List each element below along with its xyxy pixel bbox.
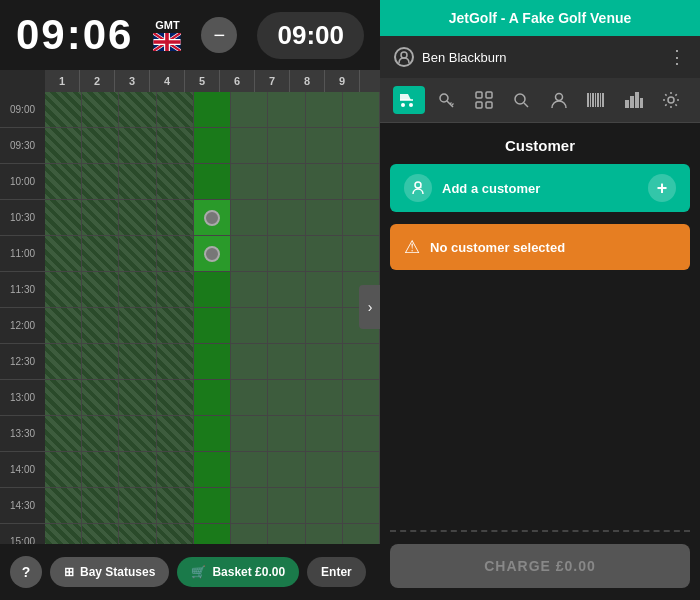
- col-header-8: 8: [290, 70, 325, 92]
- uk-flag-icon: [153, 33, 181, 51]
- col-header-4: 4: [150, 70, 185, 92]
- svg-rect-8: [486, 102, 492, 108]
- right-spacer: [380, 282, 700, 530]
- customer-section-title: Customer: [380, 123, 700, 164]
- golf-cart-icon-button[interactable]: [393, 86, 425, 114]
- gmt-label: GMT: [155, 19, 179, 31]
- svg-rect-13: [592, 93, 594, 107]
- col-header-5: 5: [185, 70, 220, 92]
- add-customer-plus-button[interactable]: +: [648, 174, 676, 202]
- booking-marker: [204, 246, 220, 262]
- grid-col-6[interactable]: [231, 92, 268, 544]
- minus-button[interactable]: −: [201, 17, 237, 53]
- no-customer-banner: ⚠ No customer selected: [390, 224, 690, 270]
- svg-rect-15: [597, 93, 599, 107]
- col-header-1: 1: [45, 70, 80, 92]
- grid-col-1[interactable]: [45, 92, 82, 544]
- svg-point-9: [515, 94, 525, 104]
- svg-rect-21: [640, 98, 643, 108]
- svg-rect-16: [600, 93, 601, 107]
- booking-marker: [204, 210, 220, 226]
- bottom-bar: ? ⊞ Bay Statuses 🛒 Basket £0.00 Enter: [0, 544, 380, 600]
- svg-rect-11: [587, 93, 589, 107]
- svg-rect-19: [630, 96, 634, 108]
- search-icon-button[interactable]: [505, 86, 537, 114]
- svg-point-1: [401, 52, 407, 58]
- grid-icon-button[interactable]: [468, 86, 500, 114]
- svg-point-3: [409, 103, 413, 107]
- top-bar: 09:06 GMT − 09:00: [0, 0, 380, 70]
- charge-button[interactable]: CHARGE £0.00: [390, 544, 690, 588]
- svg-rect-12: [590, 93, 591, 107]
- enter-button[interactable]: Enter: [307, 557, 366, 587]
- chart-icon-button[interactable]: [618, 86, 650, 114]
- basket-button[interactable]: 🛒 Basket £0.00: [177, 557, 299, 587]
- settings-icon-button[interactable]: [655, 86, 687, 114]
- svg-rect-14: [595, 93, 596, 107]
- col-header-6: 6: [220, 70, 255, 92]
- add-customer-button[interactable]: Add a customer +: [390, 164, 690, 212]
- svg-rect-20: [635, 92, 639, 108]
- user-info: Ben Blackburn: [394, 47, 507, 67]
- more-options-button[interactable]: ⋮: [668, 46, 686, 68]
- grid-col-2[interactable]: [82, 92, 119, 544]
- bay-statuses-button[interactable]: ⊞ Bay Statuses: [50, 557, 169, 587]
- help-button[interactable]: ?: [10, 556, 42, 588]
- add-customer-label: Add a customer: [442, 181, 540, 196]
- column-headers: 1 2 3 4 5 6 7 8 9: [45, 70, 380, 92]
- col-header-9: 9: [325, 70, 360, 92]
- svg-rect-6: [486, 92, 492, 98]
- key-icon-button[interactable]: [430, 86, 462, 114]
- booking-grid: 1 2 3 4 5 6 7 8 9 09:00 09:30 10:00 10:3…: [0, 70, 380, 544]
- app-title: JetGolf - A Fake Golf Venue: [449, 10, 632, 26]
- svg-rect-5: [476, 92, 482, 98]
- grid-col-7[interactable]: [268, 92, 305, 544]
- col-header-2: 2: [80, 70, 115, 92]
- time-labels: 09:00 09:30 10:00 10:30 11:00 11:30 12:0…: [0, 92, 45, 544]
- svg-rect-17: [602, 93, 604, 107]
- grid-col-4[interactable]: [157, 92, 194, 544]
- barcode-icon-button[interactable]: [580, 86, 612, 114]
- left-panel: 09:06 GMT − 09:00 1 2 3 4 5 6 7 8: [0, 0, 380, 600]
- col-header-7: 7: [255, 70, 290, 92]
- person-icon-button[interactable]: [543, 86, 575, 114]
- customer-icon: [404, 174, 432, 202]
- no-customer-text: No customer selected: [430, 240, 565, 255]
- grid-columns: [45, 92, 380, 544]
- add-customer-left: Add a customer: [404, 174, 540, 202]
- svg-point-2: [401, 103, 405, 107]
- bay-icon: ⊞: [64, 565, 74, 579]
- app-title-bar: JetGolf - A Fake Golf Venue: [380, 0, 700, 36]
- svg-point-22: [668, 97, 674, 103]
- right-panel: JetGolf - A Fake Golf Venue Ben Blackbur…: [380, 0, 700, 600]
- svg-point-4: [440, 94, 448, 102]
- grid-body: 09:00 09:30 10:00 10:30 11:00 11:30 12:0…: [0, 92, 380, 544]
- divider: [390, 530, 690, 532]
- session-time: 09:00: [257, 12, 364, 59]
- svg-rect-18: [625, 100, 629, 108]
- gmt-flag-group: GMT: [153, 19, 181, 51]
- grid-col-5[interactable]: [194, 92, 231, 544]
- current-time: 09:06: [16, 11, 133, 59]
- grid-col-8[interactable]: [306, 92, 343, 544]
- icon-toolbar: [380, 78, 700, 123]
- user-name: Ben Blackburn: [422, 50, 507, 65]
- user-bar: Ben Blackburn ⋮: [380, 36, 700, 78]
- expand-panel-button[interactable]: ›: [359, 285, 380, 329]
- svg-rect-7: [476, 102, 482, 108]
- grid-col-3[interactable]: [119, 92, 156, 544]
- basket-icon: 🛒: [191, 565, 206, 579]
- col-header-3: 3: [115, 70, 150, 92]
- svg-point-10: [555, 94, 562, 101]
- warning-icon: ⚠: [404, 236, 420, 258]
- user-avatar-icon: [394, 47, 414, 67]
